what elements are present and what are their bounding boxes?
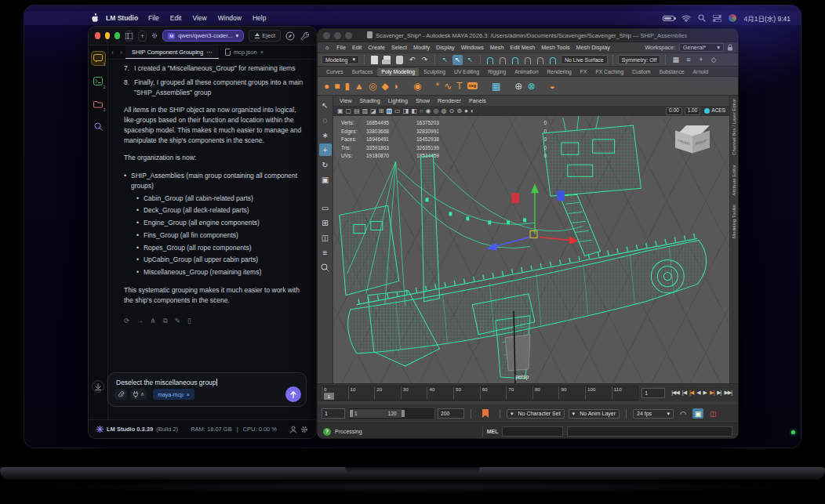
unselected-keel[interactable] [505, 335, 530, 371]
timeline-tick[interactable]: 10 [348, 386, 375, 400]
maya-menu-item[interactable]: Windows [458, 44, 487, 51]
plugins-button[interactable]: ∧ [130, 389, 147, 400]
copy-icon[interactable]: ⧉ [163, 316, 168, 326]
render-view-icon[interactable]: + [696, 55, 706, 65]
nav-back-icon[interactable]: ‹ [108, 49, 117, 56]
nav-forward-icon[interactable]: › [117, 49, 125, 56]
paint-select-tool-icon[interactable]: ∗ [319, 129, 332, 141]
menubar-app-name[interactable]: LM Studio [106, 14, 138, 22]
anim-layer-selector[interactable]: ▾No Anim Layer [569, 409, 620, 419]
play-backwards-button[interactable]: ◀ [696, 390, 700, 396]
toolbox-extra-icon[interactable]: ◇ [708, 55, 718, 65]
browser-app-icon[interactable] [729, 14, 736, 22]
model-selector[interactable]: M qwen/qwen3-coder... ▾ [162, 30, 244, 42]
shelf-tab[interactable]: FX Caching [592, 68, 628, 76]
viewport-toolbar-icon[interactable]: ◫ [387, 108, 393, 114]
perspective-viewport[interactable]: ViewShadingLightingShowRendererPanels ▣▢… [333, 96, 729, 383]
anim-end-field[interactable]: 200 [438, 408, 464, 419]
go-to-end-button[interactable]: ▶▶| [724, 390, 732, 396]
new-scene-icon[interactable] [369, 55, 380, 65]
menubar-item-window[interactable]: Window [218, 14, 242, 22]
viewport-toolbar-icon[interactable]: ⊞ [379, 108, 384, 114]
snap-projected-icon[interactable] [523, 55, 533, 65]
view-cube[interactable]: FRONT RIGHT [674, 125, 711, 160]
new-chat-button[interactable]: + [138, 31, 147, 42]
mel-output-field[interactable] [567, 426, 732, 437]
current-frame-marker[interactable]: 1 [324, 393, 334, 400]
maya-menu-item[interactable]: Edit [349, 44, 365, 51]
shelf-tool-icon[interactable]: ◗ [394, 82, 399, 91]
shelf-tool-icon[interactable]: ▮ [345, 82, 351, 91]
timeline-tick[interactable]: 30 [401, 386, 427, 400]
timeline-tick[interactable]: 50 [453, 386, 480, 400]
continue-icon[interactable]: → [136, 316, 144, 326]
chat-nav-icon[interactable]: 1 [92, 52, 105, 65]
spotlight-icon[interactable] [698, 14, 706, 22]
gamma-field[interactable]: 1.00 [685, 107, 701, 115]
menubar-item-file[interactable]: File [148, 14, 159, 22]
viewport-toolbar-icon[interactable]: ▣ [337, 108, 343, 114]
lmstudio-titlebar[interactable]: + M qwen/qwen3-coder... ▾ Eject [89, 27, 316, 45]
send-button[interactable] [285, 386, 301, 402]
settings-gear-icon[interactable] [151, 31, 158, 40]
panel-menu-item[interactable]: Panels [469, 97, 486, 104]
remove-plugin-icon[interactable]: × [187, 392, 190, 397]
scroll-to-bottom-button[interactable] [92, 380, 104, 393]
undo-icon[interactable]: ↶ [407, 55, 417, 65]
play-forwards-button[interactable]: ▶ [703, 390, 707, 396]
shelf-tab[interactable]: Arnold [689, 68, 713, 76]
discover-compass-icon[interactable] [285, 31, 295, 41]
tab-more-icon[interactable]: ⋯ [206, 49, 213, 56]
mel-label[interactable]: MEL [487, 429, 499, 434]
zoom-button[interactable] [345, 32, 352, 39]
shelf-tool-icon[interactable]: ● [324, 82, 329, 91]
close-button[interactable] [323, 32, 330, 39]
anim-start-field[interactable]: 1 [322, 408, 345, 419]
ship-wireframe-model[interactable] [333, 116, 729, 383]
timeline-tick[interactable]: 70 [506, 386, 532, 400]
save-scene-icon[interactable] [394, 55, 405, 65]
shelf-tool-icon[interactable]: ∿ [444, 82, 452, 91]
composer-input[interactable]: Deselect the miscellaneous group [116, 379, 217, 386]
layout-four-pane-icon[interactable]: ⊞ [319, 216, 332, 229]
render-settings-icon[interactable]: ▦ [671, 55, 681, 65]
shelf-tab[interactable]: Animation [511, 68, 542, 76]
snap-view-icon[interactable] [536, 55, 546, 65]
maya-menu-item[interactable]: Modify [410, 44, 433, 51]
hypershade-icon[interactable]: ≡ [683, 55, 693, 65]
battery-icon[interactable] [663, 16, 674, 21]
shelf-tab[interactable]: Rigging [484, 68, 510, 76]
eject-model-button[interactable]: Eject [249, 30, 281, 42]
maya-menu-item[interactable]: Mesh Tools [538, 44, 572, 51]
shelf-tool-icon[interactable]: ▲ [354, 82, 364, 91]
viewport-toolbar-icon[interactable]: ● [464, 108, 468, 114]
timeline-tick[interactable]: 90 [558, 386, 585, 400]
step-forward-frame-button[interactable]: ▶| [717, 390, 721, 396]
timeline-ticks[interactable]: 0102030405060708090100110 1 [321, 386, 638, 401]
viewport-toolbar-icon[interactable]: ◎ [434, 108, 439, 114]
fps-selector[interactable]: 24 fps▾ [633, 409, 674, 419]
shelf-tab[interactable]: Rendering [543, 68, 575, 76]
workspace-selector[interactable]: General*▾ [679, 43, 724, 52]
viewport-toolbar-icon[interactable]: ⊙ [449, 108, 455, 114]
sidebar-toggle-icon[interactable] [125, 31, 133, 42]
tab-mcp-json[interactable]: mcp.json × [219, 45, 270, 59]
shelf-tab[interactable]: Poly Modeling [377, 68, 419, 76]
maya-menu-item[interactable]: Edit Mesh [507, 44, 538, 51]
shelf-tab[interactable]: Custom [628, 68, 654, 76]
layout-single-pane-icon[interactable]: ▭ [319, 201, 332, 214]
maya-menu-item[interactable]: Display [433, 44, 458, 51]
viewport-toolbar-icon[interactable]: ◍ [442, 108, 447, 114]
timeline-tick[interactable]: 80 [532, 386, 559, 400]
viewport-canvas[interactable]: Verts:16854495163752030 Edges:3380366832… [333, 116, 729, 383]
menubar-clock[interactable]: 4月1日(水) 9:41 [743, 13, 790, 23]
layout-outliner-icon[interactable]: ≡ [319, 246, 332, 259]
control-center-icon[interactable] [713, 15, 721, 22]
step-forward-key-button[interactable]: ▶| [710, 390, 714, 396]
branch-icon[interactable]: ⋔ [151, 316, 156, 326]
shelf-tab[interactable]: Curves [322, 68, 347, 76]
viewport-toolbar-icon[interactable]: ⊚ [456, 108, 462, 114]
regenerate-icon[interactable]: ⟳ [124, 316, 129, 326]
minimize-button[interactable] [105, 32, 111, 39]
current-frame-field[interactable]: 1 [641, 388, 665, 398]
